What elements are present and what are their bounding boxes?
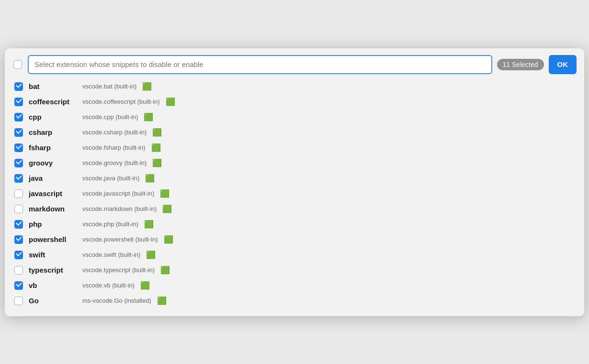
checkbox-markdown[interactable] <box>14 205 23 213</box>
item-detail: vscode.typescript (built-in) <box>82 266 155 274</box>
checkbox-groovy[interactable] <box>14 159 23 167</box>
extension-icon: 🟩 <box>166 98 175 106</box>
extension-icon: 🟩 <box>162 205 172 213</box>
list-item: coffeescriptvscode.coffeescript (built-i… <box>12 94 577 110</box>
checkbox-php[interactable] <box>14 220 23 229</box>
item-detail: vscode.swift (built-in) <box>82 251 140 258</box>
extension-icon: 🟩 <box>146 251 156 259</box>
item-name: csharp <box>29 128 77 136</box>
item-name: cpp <box>29 113 77 121</box>
extension-picker-dialog: 11 Selected OK batvscode.bat (built-in)🟩… <box>5 48 584 316</box>
item-detail: vscode.csharp (built-in) <box>82 129 147 136</box>
list-item: groovyvscode.groovy (built-in)🟩 <box>12 155 577 171</box>
extension-icon: 🟩 <box>144 113 153 121</box>
list-item: phpvscode.php (built-in)🟩 <box>12 217 577 232</box>
list-item: fsharpvscode.fsharp (built-in)🟩 <box>12 140 577 155</box>
list-item: batvscode.bat (built-in)🟩 <box>12 79 577 94</box>
item-name: markdown <box>29 205 77 213</box>
checkbox-go[interactable] <box>14 297 23 305</box>
item-name: bat <box>29 82 77 90</box>
item-detail: vscode.java (built-in) <box>82 175 139 182</box>
checkbox-coffeescript[interactable] <box>14 98 23 106</box>
extension-list: batvscode.bat (built-in)🟩coffeescriptvsc… <box>12 79 577 309</box>
checkbox-fsharp[interactable] <box>14 143 23 152</box>
item-detail: vscode.fsharp (built-in) <box>82 144 146 151</box>
item-detail: vscode.groovy (built-in) <box>82 159 147 166</box>
selected-badge: 11 Selected <box>497 59 544 70</box>
item-name: java <box>29 174 77 182</box>
item-name: fsharp <box>29 143 77 152</box>
checkbox-bat[interactable] <box>14 82 23 91</box>
list-item: cppvscode.cpp (built-in)🟩 <box>12 110 577 125</box>
item-detail: ms-vscode.Go (installed) <box>82 297 151 304</box>
list-item: swiftvscode.swift (built-in)🟩 <box>12 247 577 263</box>
item-detail: vscode.powershell (built-in) <box>82 236 158 243</box>
extension-icon: 🟩 <box>140 282 150 289</box>
checkbox-cpp[interactable] <box>14 113 23 121</box>
extension-icon: 🟩 <box>160 190 170 198</box>
checkbox-java[interactable] <box>14 174 23 183</box>
item-detail: vscode.javascript (built-in) <box>82 190 154 197</box>
checkbox-swift[interactable] <box>14 251 23 259</box>
checkbox-csharp[interactable] <box>14 128 23 137</box>
select-all-wrap[interactable] <box>12 59 23 70</box>
item-detail: vscode.vb (built-in) <box>82 282 135 289</box>
extension-icon: 🟩 <box>157 297 167 305</box>
search-input[interactable] <box>28 55 492 74</box>
extension-icon: 🟩 <box>145 175 155 182</box>
list-item: powershellvscode.powershell (built-in)🟩 <box>12 232 577 247</box>
item-detail: vscode.php (built-in) <box>82 221 138 228</box>
extension-icon: 🟩 <box>142 83 152 90</box>
extension-icon: 🟩 <box>152 159 162 167</box>
header-row: 11 Selected OK <box>12 55 577 74</box>
extension-icon: 🟩 <box>160 266 170 274</box>
item-name: coffeescript <box>29 98 77 106</box>
checkbox-javascript[interactable] <box>14 189 23 198</box>
extension-icon: 🟩 <box>164 236 173 243</box>
item-name: vb <box>29 281 77 289</box>
item-detail: vscode.bat (built-in) <box>82 83 136 90</box>
ok-button[interactable]: OK <box>549 55 577 74</box>
item-detail: vscode.cpp (built-in) <box>82 113 138 121</box>
checkbox-vb[interactable] <box>14 281 23 290</box>
list-item: javavscode.java (built-in)🟩 <box>12 171 577 186</box>
item-name: typescript <box>29 266 77 274</box>
item-detail: vscode.markdown (built-in) <box>82 205 157 212</box>
list-item: Goms-vscode.Go (installed)🟩 <box>12 293 577 309</box>
item-name: javascript <box>29 189 77 198</box>
select-all-checkbox[interactable] <box>13 60 22 69</box>
extension-icon: 🟩 <box>152 129 162 136</box>
item-name: Go <box>29 297 77 305</box>
extension-icon: 🟩 <box>151 144 161 152</box>
list-item: javascriptvscode.javascript (built-in)🟩 <box>12 186 577 201</box>
item-detail: vscode.coffeescript (built-in) <box>82 98 160 105</box>
item-name: php <box>29 220 77 228</box>
extension-icon: 🟩 <box>144 221 154 228</box>
list-item: typescriptvscode.typescript (built-in)🟩 <box>12 263 577 278</box>
list-item: markdownvscode.markdown (built-in)🟩 <box>12 201 577 217</box>
checkbox-typescript[interactable] <box>14 266 23 275</box>
list-item: csharpvscode.csharp (built-in)🟩 <box>12 125 577 140</box>
list-item: vbvscode.vb (built-in)🟩 <box>12 278 577 293</box>
item-name: groovy <box>29 159 77 167</box>
item-name: swift <box>29 251 77 259</box>
checkbox-powershell[interactable] <box>14 235 23 244</box>
item-name: powershell <box>29 235 77 243</box>
